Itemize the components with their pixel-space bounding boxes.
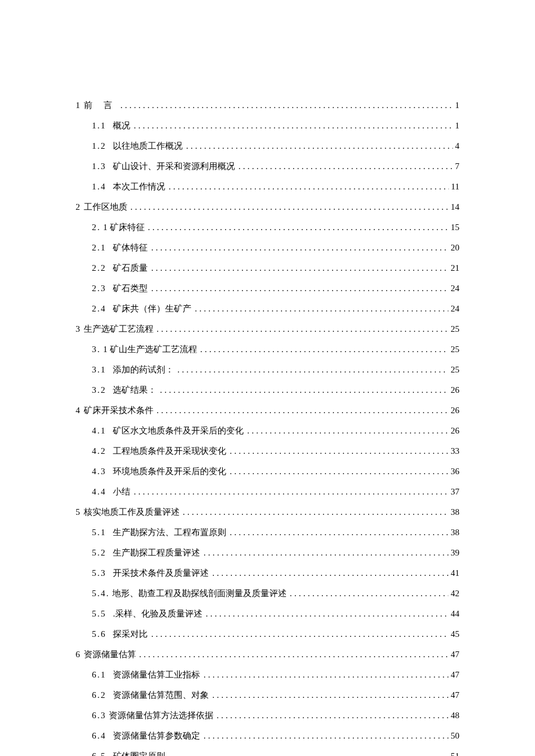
toc-entry-label: 资源储量估算参数确定 [113, 729, 200, 743]
toc-entry-page: 15 [451, 221, 459, 234]
toc-spacer [165, 750, 167, 756]
toc-spacer [109, 465, 113, 478]
toc-entry-page: 4 [455, 139, 460, 153]
toc-entry: 6资源储量估算 47 [76, 648, 459, 661]
toc-entry-label: 探采对比 [113, 628, 148, 641]
toc-entry-label: 矿床共（伴）生矿产 [113, 302, 191, 316]
toc-spacer [148, 261, 150, 275]
toc-entry: 6.5 矿体圈定原则 51 [92, 750, 459, 756]
toc-entry-label: 添加的药试剂： [113, 363, 174, 377]
toc-spacer [244, 424, 246, 438]
toc-entry-number: 6.2 [92, 689, 106, 702]
toc-spacer [156, 384, 159, 397]
toc-entry-page: 36 [451, 465, 459, 478]
toc-entry-page: 25 [451, 363, 459, 377]
toc-spacer [117, 99, 119, 112]
toc-leader-dots [290, 587, 448, 600]
toc-spacer [109, 567, 113, 580]
toc-entry-label: 矿山设计、开采和资源利用概况 [113, 160, 235, 173]
toc-entry-page: 38 [451, 526, 459, 539]
toc-entry-page: 26 [451, 384, 459, 397]
toc-spacer [148, 628, 150, 641]
toc-entry-label: 生产选矿工艺流程 [84, 323, 154, 336]
toc-spacer [180, 506, 182, 519]
toc-entry: 5.6 探采对比 45 [92, 628, 459, 641]
toc-entry-page: 7 [455, 160, 460, 173]
toc-spacer [154, 323, 156, 336]
toc-entry-number: 2.1 [92, 241, 106, 255]
toc-spacer [109, 668, 113, 682]
toc-spacer [109, 180, 113, 194]
toc-entry-page: 42 [451, 587, 459, 600]
toc-entry-label: 概况 [113, 119, 130, 132]
toc-spacer [109, 485, 113, 499]
toc-leader-dots [156, 323, 448, 336]
toc-entry: 3.1 添加的药试剂： 25 [92, 363, 459, 377]
toc-entry-page: 33 [451, 445, 459, 458]
toc-entry-label: 核实地质工作及质量评述 [84, 506, 180, 519]
toc-spacer [109, 363, 113, 377]
toc-spacer [191, 302, 194, 316]
toc-entry-number: 6.5 [92, 750, 106, 756]
toc-entry: 2.1 矿床特征 15 [92, 221, 459, 234]
toc-leader-dots [195, 302, 448, 316]
toc-entry: 4矿床开采技术条件 26 [76, 404, 459, 417]
toc-entry: 5.3 开采技术条件及质量评述 41 [92, 567, 459, 580]
toc-entry-page: 21 [451, 261, 459, 275]
toc-leader-dots [139, 648, 448, 661]
toc-entry-label: 资源储量估算范围、对象 [113, 689, 209, 702]
toc-spacer [209, 689, 211, 702]
toc-spacer [130, 485, 133, 499]
toc-spacer [109, 729, 113, 743]
toc-entry-number: 4.1 [92, 424, 106, 438]
toc-entry-number: 5 [76, 506, 81, 519]
toc-entry: 2.2 矿石质量 21 [92, 261, 459, 275]
toc-entry: 1.4 本次工作情况 11 [92, 180, 459, 194]
toc-entry-number: 5.1 [92, 526, 106, 539]
toc-spacer [200, 546, 202, 560]
toc-leader-dots [177, 363, 448, 377]
toc-spacer [109, 628, 113, 641]
toc-leader-dots [151, 241, 448, 255]
toc-entry-number: 6.3 [92, 709, 106, 722]
toc-entry: 4.2 工程地质条件及开采现状变化 33 [92, 445, 459, 458]
toc-spacer [109, 119, 113, 132]
toc-entry: 5.5 .采样、化验及质量评述 44 [92, 607, 459, 621]
toc-leader-dots [120, 99, 453, 112]
toc-entry-label: 矿区水文地质条件及开采后的变化 [113, 424, 244, 438]
toc-entry: 4.3 环境地质条件及开采后的变化 36 [92, 465, 459, 478]
toc-entry: 1前 言 1 [76, 99, 459, 112]
toc-entry-number: 4.2 [92, 445, 106, 458]
toc-entry-label: 工作区地质 [84, 200, 127, 214]
toc-spacer [109, 689, 113, 702]
toc-entry-number: 1.3 [92, 160, 106, 173]
toc-spacer [197, 343, 199, 356]
toc-spacer [174, 363, 176, 377]
toc-spacer [213, 709, 216, 722]
toc-spacer [145, 221, 147, 234]
toc-leader-dots [238, 160, 453, 173]
toc-entry-label: 矿石类型 [113, 282, 148, 295]
toc-entry: 6.4 资源储量估算参数确定 50 [92, 729, 459, 743]
toc-entry-number: 1 [76, 99, 81, 112]
toc-entry-number: 4.4 [92, 485, 106, 499]
toc-entry-label: 资源储量估算 [84, 648, 136, 661]
toc-entry: 1.1 概况 1 [92, 119, 459, 132]
toc-entry-label: 资源储量估算方法选择依据 [109, 709, 213, 722]
toc-entry-label: 资源储量估算工业指标 [113, 668, 200, 682]
toc-entry: 2工作区地质 14 [76, 200, 459, 214]
toc-leader-dots [148, 221, 448, 234]
toc-entry-label: 前 言 [84, 99, 117, 112]
toc-entry: 3生产选矿工艺流程 25 [76, 323, 459, 336]
toc-spacer [148, 282, 150, 295]
toc-entry-page: 39 [451, 546, 459, 560]
toc-spacer [109, 445, 113, 458]
toc-entry-label: 工程地质条件及开采现状变化 [113, 445, 226, 458]
toc-entry: 6.1 资源储量估算工业指标 47 [92, 668, 459, 682]
toc-leader-dots [212, 689, 448, 702]
toc-spacer [109, 384, 113, 397]
toc-entry-label: 矿床开采技术条件 [84, 404, 154, 417]
toc-entry-label: 选矿结果： [113, 384, 156, 397]
toc-entry-label: 1 矿山生产选矿工艺流程 [103, 343, 197, 356]
toc-entry-page: 26 [451, 404, 459, 417]
